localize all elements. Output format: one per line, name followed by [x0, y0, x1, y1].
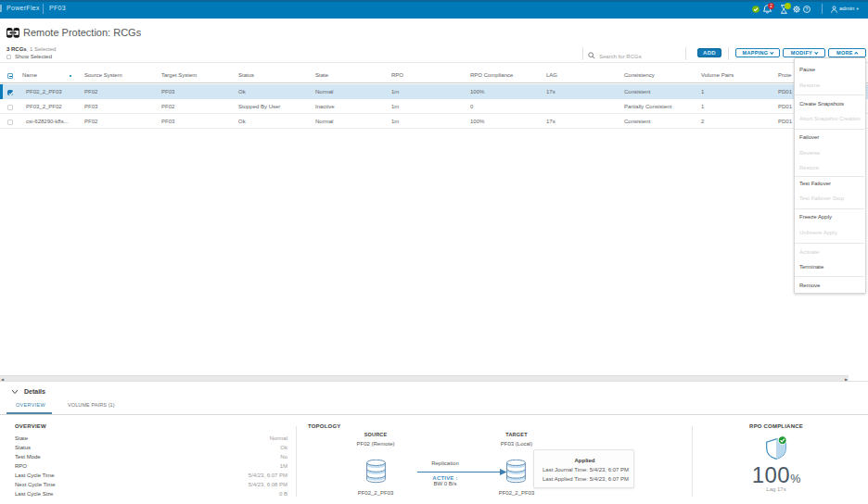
svg-text:2: 2: [770, 4, 772, 8]
svg-text:?: ?: [806, 6, 809, 11]
